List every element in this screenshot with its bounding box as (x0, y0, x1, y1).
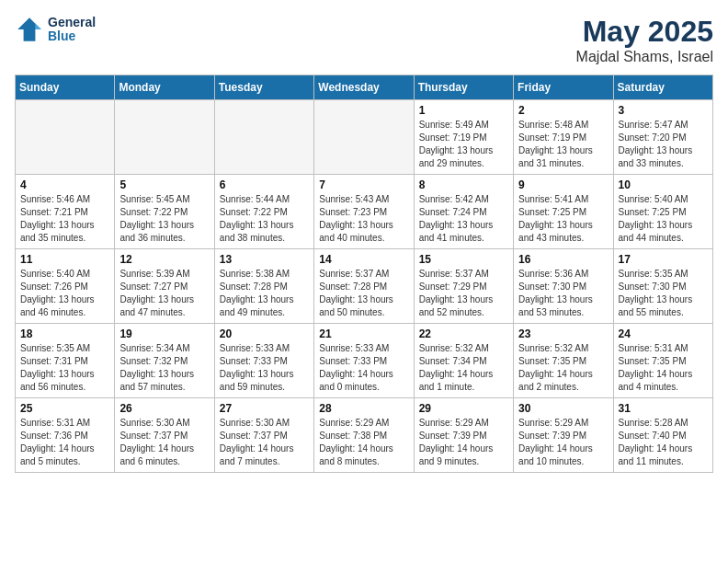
page-header: General Blue May 2025 Majdal Shams, Isra… (15, 15, 713, 65)
day-cell: 31Sunrise: 5:28 AM Sunset: 7:40 PM Dayli… (613, 398, 712, 473)
day-cell (16, 100, 115, 175)
day-detail: Sunrise: 5:39 AM Sunset: 7:27 PM Dayligh… (119, 268, 209, 319)
day-cell: 26Sunrise: 5:30 AM Sunset: 7:37 PM Dayli… (115, 398, 214, 473)
day-detail: Sunrise: 5:34 AM Sunset: 7:32 PM Dayligh… (119, 342, 209, 394)
day-cell: 10Sunrise: 5:40 AM Sunset: 7:25 PM Dayli… (613, 175, 712, 249)
day-number: 22 (419, 327, 508, 340)
day-detail: Sunrise: 5:30 AM Sunset: 7:37 PM Dayligh… (220, 417, 309, 468)
day-number: 13 (220, 253, 309, 266)
day-cell: 30Sunrise: 5:29 AM Sunset: 7:39 PM Dayli… (514, 398, 613, 473)
day-detail: Sunrise: 5:38 AM Sunset: 7:28 PM Dayligh… (220, 268, 309, 319)
day-cell: 25Sunrise: 5:31 AM Sunset: 7:36 PM Dayli… (16, 398, 115, 473)
logo-line2: Blue (48, 29, 96, 43)
day-cell: 16Sunrise: 5:36 AM Sunset: 7:30 PM Dayli… (514, 249, 613, 324)
calendar-table: SundayMondayTuesdayWednesdayThursdayFrid… (15, 75, 713, 473)
day-header-monday: Monday (115, 75, 214, 100)
day-cell: 3Sunrise: 5:47 AM Sunset: 7:20 PM Daylig… (613, 100, 712, 175)
day-cell: 8Sunrise: 5:42 AM Sunset: 7:24 PM Daylig… (414, 175, 513, 249)
day-header-thursday: Thursday (414, 75, 513, 100)
day-number: 6 (220, 178, 309, 191)
svg-marker-1 (35, 24, 40, 29)
day-header-tuesday: Tuesday (214, 75, 313, 100)
day-number: 30 (518, 402, 608, 415)
logo-line1: General (48, 16, 96, 29)
day-cell: 20Sunrise: 5:33 AM Sunset: 7:33 PM Dayli… (214, 324, 313, 398)
day-number: 31 (619, 402, 708, 415)
day-number: 5 (119, 178, 209, 191)
day-cell: 11Sunrise: 5:40 AM Sunset: 7:26 PM Dayli… (16, 249, 115, 324)
day-number: 24 (619, 327, 708, 340)
day-number: 10 (619, 178, 708, 191)
day-detail: Sunrise: 5:37 AM Sunset: 7:28 PM Dayligh… (319, 268, 408, 319)
day-detail: Sunrise: 5:32 AM Sunset: 7:34 PM Dayligh… (419, 342, 508, 394)
day-detail: Sunrise: 5:32 AM Sunset: 7:35 PM Dayligh… (518, 342, 608, 394)
day-cell: 9Sunrise: 5:41 AM Sunset: 7:25 PM Daylig… (514, 175, 613, 249)
day-detail: Sunrise: 5:46 AM Sunset: 7:21 PM Dayligh… (20, 193, 109, 245)
day-detail: Sunrise: 5:42 AM Sunset: 7:24 PM Dayligh… (419, 193, 508, 245)
day-number: 28 (319, 402, 408, 415)
day-detail: Sunrise: 5:31 AM Sunset: 7:35 PM Dayligh… (619, 342, 708, 394)
day-cell: 23Sunrise: 5:32 AM Sunset: 7:35 PM Dayli… (514, 324, 613, 398)
day-cell: 15Sunrise: 5:37 AM Sunset: 7:29 PM Dayli… (414, 249, 513, 324)
day-detail: Sunrise: 5:40 AM Sunset: 7:25 PM Dayligh… (619, 193, 708, 245)
day-detail: Sunrise: 5:35 AM Sunset: 7:30 PM Dayligh… (619, 268, 708, 319)
day-number: 25 (20, 402, 109, 415)
day-number: 20 (220, 327, 309, 340)
day-number: 7 (319, 178, 408, 191)
day-number: 3 (619, 104, 708, 117)
day-cell (115, 100, 214, 175)
day-detail: Sunrise: 5:28 AM Sunset: 7:40 PM Dayligh… (619, 417, 708, 468)
day-number: 1 (419, 104, 508, 117)
day-detail: Sunrise: 5:35 AM Sunset: 7:31 PM Dayligh… (20, 342, 109, 394)
day-detail: Sunrise: 5:48 AM Sunset: 7:19 PM Dayligh… (518, 119, 608, 170)
logo-icon (15, 15, 44, 44)
day-number: 2 (518, 104, 608, 117)
day-cell (214, 100, 313, 175)
day-cell: 4Sunrise: 5:46 AM Sunset: 7:21 PM Daylig… (16, 175, 115, 249)
day-number: 26 (119, 402, 209, 415)
day-detail: Sunrise: 5:31 AM Sunset: 7:36 PM Dayligh… (20, 417, 109, 468)
day-detail: Sunrise: 5:41 AM Sunset: 7:25 PM Dayligh… (518, 193, 608, 245)
day-cell: 28Sunrise: 5:29 AM Sunset: 7:38 PM Dayli… (314, 398, 414, 473)
day-detail: Sunrise: 5:37 AM Sunset: 7:29 PM Dayligh… (419, 268, 508, 319)
day-number: 23 (518, 327, 608, 340)
day-detail: Sunrise: 5:29 AM Sunset: 7:39 PM Dayligh… (419, 417, 508, 468)
day-number: 17 (619, 253, 708, 266)
day-number: 11 (20, 253, 109, 266)
logo: General Blue (15, 15, 96, 44)
day-number: 15 (419, 253, 508, 266)
day-cell: 14Sunrise: 5:37 AM Sunset: 7:28 PM Dayli… (314, 249, 414, 324)
day-number: 14 (319, 253, 408, 266)
day-cell: 17Sunrise: 5:35 AM Sunset: 7:30 PM Dayli… (613, 249, 712, 324)
day-header-sunday: Sunday (16, 75, 115, 100)
day-header-saturday: Saturday (613, 75, 712, 100)
day-number: 9 (518, 178, 608, 191)
week-row-4: 18Sunrise: 5:35 AM Sunset: 7:31 PM Dayli… (16, 324, 713, 398)
day-cell: 18Sunrise: 5:35 AM Sunset: 7:31 PM Dayli… (16, 324, 115, 398)
calendar-header-row: SundayMondayTuesdayWednesdayThursdayFrid… (16, 75, 713, 100)
day-detail: Sunrise: 5:29 AM Sunset: 7:39 PM Dayligh… (518, 417, 608, 468)
day-detail: Sunrise: 5:36 AM Sunset: 7:30 PM Dayligh… (518, 268, 608, 319)
day-number: 16 (518, 253, 608, 266)
day-detail: Sunrise: 5:33 AM Sunset: 7:33 PM Dayligh… (220, 342, 309, 394)
day-header-friday: Friday (514, 75, 613, 100)
week-row-1: 1Sunrise: 5:49 AM Sunset: 7:19 PM Daylig… (16, 100, 713, 175)
day-number: 19 (119, 327, 209, 340)
week-row-3: 11Sunrise: 5:40 AM Sunset: 7:26 PM Dayli… (16, 249, 713, 324)
calendar-body: 1Sunrise: 5:49 AM Sunset: 7:19 PM Daylig… (16, 100, 713, 473)
day-detail: Sunrise: 5:33 AM Sunset: 7:33 PM Dayligh… (319, 342, 408, 394)
day-cell: 7Sunrise: 5:43 AM Sunset: 7:23 PM Daylig… (314, 175, 414, 249)
day-detail: Sunrise: 5:44 AM Sunset: 7:22 PM Dayligh… (220, 193, 309, 245)
month-title: May 2025 (576, 15, 713, 49)
day-cell: 1Sunrise: 5:49 AM Sunset: 7:19 PM Daylig… (414, 100, 513, 175)
day-cell: 5Sunrise: 5:45 AM Sunset: 7:22 PM Daylig… (115, 175, 214, 249)
week-row-2: 4Sunrise: 5:46 AM Sunset: 7:21 PM Daylig… (16, 175, 713, 249)
day-number: 8 (419, 178, 508, 191)
week-row-5: 25Sunrise: 5:31 AM Sunset: 7:36 PM Dayli… (16, 398, 713, 473)
day-cell: 2Sunrise: 5:48 AM Sunset: 7:19 PM Daylig… (514, 100, 613, 175)
day-cell: 21Sunrise: 5:33 AM Sunset: 7:33 PM Dayli… (314, 324, 414, 398)
day-detail: Sunrise: 5:43 AM Sunset: 7:23 PM Dayligh… (319, 193, 408, 245)
location: Majdal Shams, Israel (576, 49, 713, 65)
day-detail: Sunrise: 5:30 AM Sunset: 7:37 PM Dayligh… (119, 417, 209, 468)
logo-text: General Blue (48, 16, 96, 44)
